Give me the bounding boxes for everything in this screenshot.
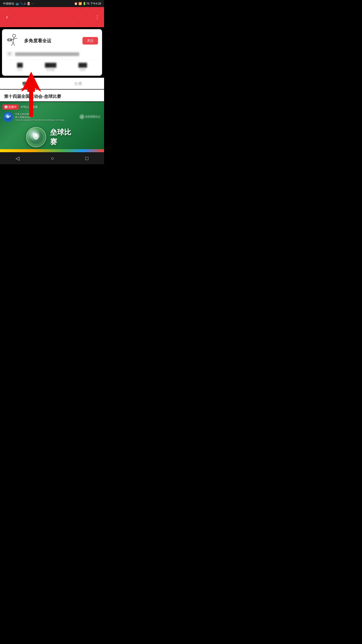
stat-likes-label: 获赞 [78,68,87,72]
nav-bar: ◁ ○ □ [0,152,104,164]
wifi-icon: 📶 [78,2,82,5]
battery-icon: 🔋76 [83,2,89,5]
stat-item-fans: ████ 粉丝数 [45,63,56,72]
svg-point-0 [13,34,16,37]
blurred-info-row: 赛 ██████████████████████████████ [6,51,98,57]
svg-line-1 [13,37,14,42]
svg-line-3 [13,42,15,46]
status-bar: 中国移动 📺 🐾 ▷ 🀄 ··· ⏰ 📶 🔋76 下午4:28 [0,0,104,7]
nav-recent-button[interactable]: □ [80,153,93,163]
follow-button[interactable]: 关注 [82,37,98,45]
svg-line-2 [12,42,13,46]
svg-point-18 [35,134,37,136]
cameraman-icon [6,33,21,48]
back-button[interactable]: ‹ [4,12,10,22]
sport-logo-area: 垒球比赛 [26,127,78,147]
section-title: 第十四届全国运动会-垒球比赛 [0,90,104,101]
live-badge-row: 📊 直播中 4781人次观看 [3,104,38,110]
more-button[interactable]: ⋮ [95,14,100,20]
sport-ball-icon [26,127,46,147]
nav-back-button[interactable]: ◁ [11,153,24,163]
event-text: 中华人民共和国 第十四届运动会 THE 14TH GAMES OF THE PE… [15,113,64,122]
channel-brand: 全 多角度看全运 [80,114,100,119]
svg-point-14 [7,116,9,118]
video-thumbnail: 📊 直播中 4781人次观看 [0,102,104,152]
nav-home-button[interactable]: ○ [46,153,59,163]
live-badge: 📊 直播中 [3,104,19,110]
time-label: 下午4:28 [90,2,101,6]
carrier-label: 中国移动 📺 🐾 ▷ 🀄 ··· [3,2,34,6]
stat-item-follow: ██ 关注 [17,63,23,72]
stat-item-likes: ███ 获赞 [78,63,87,72]
event-logo-area: 中华人民共和国 第十四届运动会 THE 14TH GAMES OF THE PE… [3,112,64,122]
top-header: ‹ ⋮ [0,7,104,27]
blurred-desc: ██████████████████████████████ [15,52,79,56]
profile-name: 多角度看全运 [24,38,51,44]
stats-row: ██ 关注 ████ 粉丝数 ███ 获赞 [6,60,98,72]
viewer-count: 4781人次观看 [21,105,38,109]
status-right: ⏰ 📶 🔋76 下午4:28 [74,2,101,6]
stat-likes-num: ███ [78,63,87,67]
stat-follow-num: ██ [17,63,23,67]
stat-fans-label: 粉丝数 [45,68,56,72]
profile-top: 多角度看全运 关注 [6,33,98,48]
stat-fans-num: ████ [45,63,56,67]
sport-title: 垒球比赛 [50,128,78,147]
tab-category[interactable]: 分类 [52,78,104,89]
alarm-icon: ⏰ [74,2,78,5]
tab-video[interactable]: 视频 [0,78,52,89]
svg-text:全: 全 [81,116,83,118]
svg-point-8 [10,39,11,41]
svg-line-5 [14,38,17,39]
video-section: 📊 直播中 4781人次观看 [0,102,104,152]
stat-follow-label: 关注 [17,68,23,72]
event-logo-circle [3,112,13,122]
profile-avatar [6,33,21,48]
bottom-decoration [0,149,104,152]
live-bar-icon: 📊 [5,106,8,108]
profile-card: 多角度看全运 关注 赛 ████████████████████████████… [2,29,102,76]
profile-info: 多角度看全运 [6,33,51,48]
blurred-tag: 赛 [6,51,13,57]
tabs-container: 视频 分类 [0,78,104,89]
video-card[interactable]: 📊 直播中 4781人次观看 [0,102,104,152]
channel-brand-text: 多角度看全运 [85,115,100,118]
